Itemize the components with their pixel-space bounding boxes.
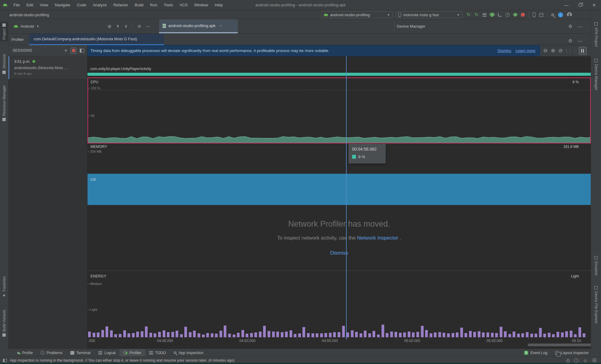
menu-build[interactable]: Build <box>132 2 146 8</box>
expand-all-icon[interactable]: ⇞ <box>116 24 120 29</box>
chevron-down-icon: ▼ <box>387 13 390 17</box>
sad-feedback-icon[interactable]: ☹ <box>592 358 597 363</box>
collapse-sessions-panel-icon[interactable] <box>80 49 84 53</box>
energy-bar <box>215 334 218 337</box>
toolwindow-toggle-icon[interactable] <box>3 359 7 362</box>
new-session-icon[interactable]: + <box>64 47 67 54</box>
axis-tick-icon <box>232 337 232 339</box>
sidebar-item-project[interactable]: Project <box>0 22 8 41</box>
timeline-horizontal-scrollbar[interactable] <box>528 344 591 346</box>
zoom-out-icon[interactable]: ⊖ <box>543 47 547 54</box>
gear-icon[interactable]: ⚙ <box>569 38 572 44</box>
close-icon[interactable]: × <box>587 0 601 10</box>
network-dismiss-link[interactable]: Dismiss <box>87 250 591 256</box>
profile-avatar-icon[interactable] <box>567 12 572 17</box>
timeline-cursor-line[interactable] <box>346 56 347 340</box>
apply-changes-icon[interactable]: ↻ <box>474 12 478 17</box>
menu-file[interactable]: File <box>11 2 23 8</box>
toolbar-actions: ↻ ↻ ↑ <box>467 10 572 19</box>
run-configuration-select[interactable]: android-studio-profiling ▼ <box>321 11 393 18</box>
device-manager-icon[interactable] <box>533 12 535 17</box>
debug-icon[interactable] <box>490 13 494 17</box>
stop-icon[interactable] <box>521 13 525 17</box>
logcat-icon <box>98 351 102 354</box>
menu-analyze[interactable]: Analyze <box>90 2 109 8</box>
zoom-to-selection-icon[interactable]: [ ] <box>566 48 571 53</box>
sidebar-item-device-manager[interactable]: Device Manager <box>591 59 601 90</box>
network-inspector-link[interactable]: Network Inspector <box>357 235 398 241</box>
profile-low-overhead-icon[interactable] <box>514 13 517 17</box>
run-icon[interactable]: ↻ <box>467 12 471 17</box>
time-tick-label: 05:00.000 <box>404 339 420 343</box>
zoom-in-icon[interactable]: ⊕ <box>551 47 555 54</box>
energy-bar <box>443 333 445 337</box>
sidebar-item-apk-project[interactable]: APK Project <box>591 22 601 47</box>
energy-bar <box>535 334 537 337</box>
hide-panel-icon[interactable]: — <box>578 38 582 43</box>
menu-help[interactable]: Help <box>212 2 225 8</box>
pause-live-button[interactable] <box>579 47 587 55</box>
hide-panel-icon[interactable]: — <box>146 24 150 29</box>
layout-inspector-button[interactable]: Layout Inspector <box>551 349 593 356</box>
event-log-button[interactable]: S Event Log <box>520 349 551 356</box>
sidebar-item-structure[interactable]: Structure <box>0 54 8 74</box>
avd-manager-icon[interactable] <box>539 13 543 17</box>
toolwindow-app-inspection[interactable]: App Inspection <box>170 349 207 356</box>
menu-window[interactable]: Window <box>192 2 211 8</box>
banner-dismiss-link[interactable]: Dismiss <box>498 48 511 53</box>
editor-tab-label: android-studio-profiling.apk <box>168 23 216 28</box>
gear-icon[interactable]: ⚙ <box>137 24 141 29</box>
sidebar-item-emulator[interactable]: Emulator <box>591 256 601 276</box>
toolwindow-todo[interactable]: TODO <box>145 349 170 356</box>
close-tab-icon[interactable]: × <box>220 23 222 28</box>
energy-bar <box>421 326 424 337</box>
menu-vcs[interactable]: VCS <box>177 2 190 8</box>
menu-code[interactable]: Code <box>74 2 89 8</box>
menu-navigate[interactable]: Navigate <box>52 2 73 8</box>
menu-refactor[interactable]: Refactor <box>111 2 131 8</box>
device-select[interactable]: motorola moto g fast ▼ <box>396 11 462 18</box>
project-window-tab[interactable]: android-studio-profiling <box>3 10 49 19</box>
profiler-session-tab[interactable]: com.DefaultCompany.androidstudio (Motoro… <box>29 34 164 45</box>
minimize-icon[interactable]: — <box>560 0 573 10</box>
update-available-icon[interactable]: ↑ <box>558 12 563 17</box>
energy-bar <box>377 335 380 337</box>
toolwindow-profile[interactable]: ▶ Profile <box>14 349 37 356</box>
apply-code-changes-icon[interactable] <box>483 13 486 17</box>
project-view-selector[interactable]: Android ▼ <box>14 19 39 33</box>
star-icon: ★ <box>2 293 6 298</box>
menu-tools[interactable]: Tools <box>161 2 176 8</box>
restore-icon[interactable] <box>573 0 587 10</box>
gear-icon[interactable]: ⚙ <box>569 24 572 29</box>
collapse-all-icon[interactable]: ⇟ <box>124 24 127 29</box>
attach-debugger-icon[interactable] <box>498 13 501 17</box>
sidebar-item-resource-manager[interactable]: Resource Manager <box>0 85 8 121</box>
happy-feedback-icon[interactable]: ☺ <box>583 358 587 363</box>
sidebar-item-device-file-explorer[interactable]: Device File Explorer <box>591 286 601 323</box>
stop-recording-button[interactable] <box>70 47 77 54</box>
menu-edit[interactable]: Edit <box>24 2 36 8</box>
sidebar-item-build-variants[interactable]: Build Variants <box>0 310 8 337</box>
toolwindow-profiler-active[interactable]: Profiler <box>119 349 145 356</box>
locate-file-icon[interactable]: ⊕ <box>108 24 112 29</box>
hide-panel-icon[interactable]: — <box>578 24 582 29</box>
reset-zoom-icon[interactable]: ⊘ <box>559 47 563 54</box>
toolwindow-problems[interactable]: ! Problems <box>37 349 66 356</box>
lock-icon[interactable] <box>566 360 569 362</box>
menu-view[interactable]: View <box>37 2 51 8</box>
memory-usage-area-chart[interactable] <box>87 174 591 205</box>
notifications-icon[interactable]: ! <box>574 358 578 363</box>
session-list-item[interactable]: 3:51 p.m. androidstudio (Motorola Moto .… <box>8 56 87 79</box>
activity-event-bar[interactable] <box>87 73 591 76</box>
banner-learn-more-link[interactable]: Learn more <box>516 48 535 53</box>
cpu-section-selected[interactable]: CPU 8 % 100 % 50 <box>87 78 591 143</box>
toolwindow-terminal[interactable]: >_ Terminal <box>66 349 94 356</box>
energy-bar-chart[interactable] <box>88 324 590 337</box>
nav-row: Android ▼ ⊕ ⇞ ⇟ ⚙ — android-studio-profi… <box>8 19 591 34</box>
sidebar-item-favorites[interactable]: Favorites ★ <box>0 277 8 298</box>
profile-icon[interactable] <box>505 13 510 17</box>
editor-tab-apk[interactable]: android-studio-profiling.apk × <box>159 19 238 33</box>
search-icon[interactable] <box>551 14 554 16</box>
toolwindow-logcat[interactable]: Logcat <box>94 349 120 356</box>
menu-run[interactable]: Run <box>147 2 160 8</box>
